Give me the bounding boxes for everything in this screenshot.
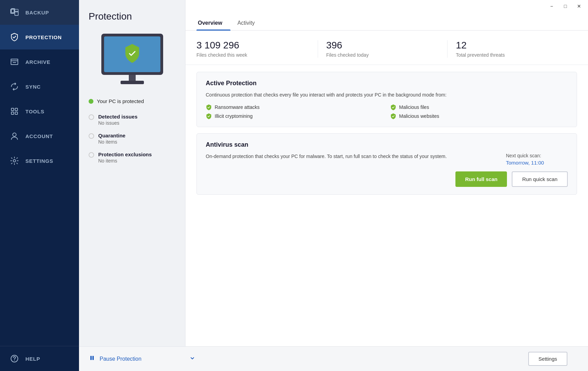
monitor-illustration xyxy=(94,30,170,89)
active-protection-title: Active Protection xyxy=(206,80,568,87)
exclusions-circle-icon xyxy=(89,152,94,158)
antivirus-title: Antivirus scan xyxy=(206,141,568,148)
malicious-files-shield-icon xyxy=(390,104,396,110)
svg-rect-8 xyxy=(15,108,18,111)
minimize-button[interactable]: − xyxy=(545,1,558,11)
status-row: Your PC is protected xyxy=(89,98,144,104)
exclusions-label: Protection exclusions xyxy=(98,151,152,157)
svg-point-11 xyxy=(13,133,16,136)
sidebar-item-help[interactable]: Help xyxy=(0,346,79,371)
detected-circle-icon xyxy=(89,114,94,120)
sidebar-item-settings-label: Settings xyxy=(25,158,53,164)
feature-ransomware: Ransomware attacks xyxy=(206,104,383,110)
settings-icon xyxy=(10,156,19,166)
protection-icon xyxy=(10,32,19,42)
backup-icon xyxy=(10,8,19,17)
account-icon xyxy=(10,131,19,141)
detected-label: Detected issues xyxy=(98,114,137,120)
archive-icon xyxy=(10,57,19,67)
antivirus-desc: On-demand protection that checks your PC… xyxy=(206,153,499,160)
svg-rect-20 xyxy=(92,356,94,360)
info-item-quarantine[interactable]: Quarantine No items xyxy=(89,133,125,145)
stat-threats-label: Total prevented threats xyxy=(456,52,569,58)
cryptomining-shield-icon xyxy=(206,113,212,119)
ransomware-shield-icon xyxy=(206,104,212,110)
svg-rect-5 xyxy=(11,59,18,61)
info-item-detected[interactable]: Detected issues No issues xyxy=(89,114,137,126)
status-text: Your PC is protected xyxy=(97,98,144,104)
sidebar-item-protection[interactable]: Protection xyxy=(0,25,79,49)
sidebar-item-backup[interactable]: Backup xyxy=(0,0,79,25)
sidebar-item-tools[interactable]: Tools xyxy=(0,99,79,124)
sidebar-item-help-label: Help xyxy=(25,356,40,362)
svg-point-12 xyxy=(13,160,16,162)
tab-overview[interactable]: Overview xyxy=(196,15,230,30)
run-full-scan-button[interactable]: Run full scan xyxy=(455,171,507,187)
sidebar-item-sync-label: Sync xyxy=(25,84,41,90)
sidebar-item-tools-label: Tools xyxy=(25,109,44,114)
quarantine-circle-icon xyxy=(89,133,94,139)
svg-rect-7 xyxy=(11,108,14,111)
bottom-bar: Pause Protection Settings xyxy=(79,346,588,371)
malicious-websites-shield-icon xyxy=(390,113,396,119)
antivirus-scan-card: Antivirus scan On-demand protection that… xyxy=(196,133,577,194)
right-panel: Overview Activity 3 109 296 Files checke… xyxy=(185,0,588,346)
pause-icon xyxy=(89,355,95,363)
svg-rect-9 xyxy=(11,112,14,114)
sidebar: Backup Protection Archive xyxy=(0,0,79,371)
status-dot xyxy=(89,99,93,104)
help-icon xyxy=(10,354,19,363)
stat-today: 396 Files checked today xyxy=(326,40,448,58)
stat-week: 3 109 296 Files checked this week xyxy=(196,40,318,58)
sidebar-item-backup-label: Backup xyxy=(25,10,49,15)
malicious-websites-label: Malicious websites xyxy=(399,113,439,119)
feature-cryptomining: Illicit cryptomining xyxy=(206,113,383,119)
bottom-right-area: Settings xyxy=(195,352,578,366)
detected-value: No issues xyxy=(98,120,137,126)
sidebar-item-archive-label: Archive xyxy=(25,59,50,65)
main-area: − □ ✕ Protection xyxy=(79,0,588,371)
stat-threats: 12 Total prevented threats xyxy=(456,40,577,58)
active-protection-desc: Continuous protection that checks every … xyxy=(206,91,568,99)
ransomware-label: Ransomware attacks xyxy=(215,104,260,110)
cryptomining-label: Illicit cryptomining xyxy=(215,113,252,119)
svg-point-14 xyxy=(14,360,15,361)
maximize-button[interactable]: □ xyxy=(559,1,572,11)
scan-buttons: Run full scan Run quick scan xyxy=(206,171,568,187)
left-panel: Protection xyxy=(79,0,185,346)
next-scan-label: Next quick scan: xyxy=(506,153,541,158)
sync-icon xyxy=(10,82,19,91)
svg-rect-10 xyxy=(15,112,18,114)
stat-today-label: Files checked today xyxy=(326,52,439,58)
malicious-files-label: Malicious files xyxy=(399,104,429,110)
exclusions-value: No items xyxy=(98,158,152,164)
sidebar-item-settings[interactable]: Settings xyxy=(0,148,79,173)
stat-week-label: Files checked this week xyxy=(196,52,309,58)
cards-area: Active Protection Continuous protection … xyxy=(185,65,588,346)
stat-today-number: 396 xyxy=(326,40,439,51)
sidebar-item-protection-label: Protection xyxy=(25,34,62,40)
svg-rect-19 xyxy=(90,356,92,360)
pause-protection-area: Pause Protection xyxy=(89,355,195,363)
quarantine-label: Quarantine xyxy=(98,133,125,138)
tab-activity[interactable]: Activity xyxy=(236,15,263,30)
quarantine-value: No items xyxy=(98,139,125,145)
tools-icon xyxy=(10,106,19,116)
svg-rect-4 xyxy=(11,59,18,65)
sidebar-item-sync[interactable]: Sync xyxy=(0,74,79,99)
sidebar-item-account-label: Account xyxy=(25,133,53,139)
settings-button[interactable]: Settings xyxy=(528,352,567,366)
stats-row: 3 109 296 Files checked this week 396 Fi… xyxy=(185,31,588,65)
titlebar: − □ ✕ xyxy=(158,0,588,12)
chevron-down-icon[interactable] xyxy=(190,356,195,362)
run-quick-scan-button[interactable]: Run quick scan xyxy=(512,171,568,187)
sidebar-item-archive[interactable]: Archive xyxy=(0,49,79,74)
features-grid: Ransomware attacks Malicious files xyxy=(206,104,568,119)
feature-malicious-files: Malicious files xyxy=(390,104,568,110)
info-item-exclusions[interactable]: Protection exclusions No items xyxy=(89,151,152,164)
close-button[interactable]: ✕ xyxy=(573,1,585,11)
stat-threats-number: 12 xyxy=(456,40,569,51)
svg-rect-18 xyxy=(121,81,144,84)
pause-protection-label[interactable]: Pause Protection xyxy=(100,356,142,362)
sidebar-item-account[interactable]: Account xyxy=(0,124,79,148)
